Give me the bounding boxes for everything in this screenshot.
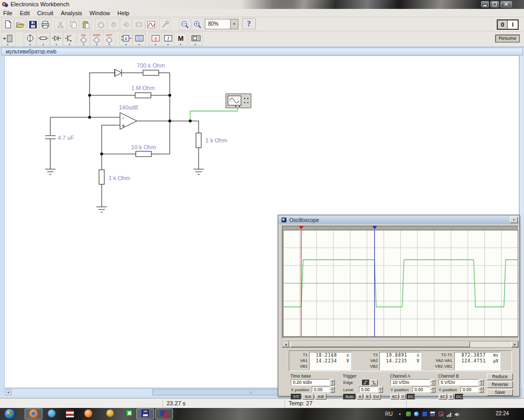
menu-analysis[interactable]: Analysis bbox=[61, 10, 82, 16]
russian-flag-icon[interactable] bbox=[430, 412, 435, 416]
tray-blue-circle-icon[interactable] bbox=[414, 412, 419, 416]
save-button[interactable] bbox=[27, 18, 39, 30]
yellow-app-icon[interactable] bbox=[106, 410, 114, 417]
rotate-button[interactable] bbox=[95, 18, 107, 30]
resistor-10k[interactable] bbox=[136, 151, 151, 157]
oscilloscope-close-button[interactable]: × bbox=[510, 217, 518, 223]
power-on-label[interactable]: I bbox=[508, 20, 518, 29]
flip-vertical-button[interactable] bbox=[107, 18, 119, 30]
scope-scroll-left-icon[interactable]: ◄ bbox=[282, 341, 289, 347]
canvas-vertical-scrollbar[interactable] bbox=[519, 56, 523, 388]
parts-digital-ics-button[interactable]: DIGIT▼ bbox=[103, 32, 116, 46]
resume-button[interactable]: Resume bbox=[495, 35, 520, 42]
channel-a-dc-button[interactable]: DC bbox=[407, 394, 415, 400]
start-button[interactable] bbox=[4, 408, 15, 419]
channel-b-y-spinner[interactable]: ▲▼ bbox=[479, 386, 484, 393]
help-button[interactable]: ? bbox=[242, 18, 256, 29]
tray-green-icon[interactable] bbox=[406, 412, 411, 416]
trigger-edge-rising-button[interactable] bbox=[362, 380, 369, 385]
ground-left[interactable] bbox=[45, 167, 56, 174]
ground-middle[interactable] bbox=[96, 205, 107, 212]
minimize-button[interactable] bbox=[481, 1, 489, 7]
scroll-left-icon[interactable]: ◄ bbox=[5, 389, 12, 395]
probe-wire[interactable] bbox=[190, 108, 237, 121]
cut-button[interactable] bbox=[54, 18, 67, 30]
trigger-a-button[interactable]: A bbox=[357, 394, 363, 400]
zoom-dropdown-arrow-icon[interactable]: ▼ bbox=[230, 19, 238, 29]
channel-a-y-spinner[interactable]: ▲▼ bbox=[431, 386, 435, 393]
trigger-level-spinner[interactable]: ▲▼ bbox=[378, 386, 383, 393]
parts-indicators-button[interactable]: 8▼ bbox=[149, 32, 162, 46]
cursor-1-handle[interactable] bbox=[299, 226, 304, 229]
bluetooth-icon[interactable] bbox=[422, 412, 427, 416]
zoom-level-select[interactable]: 80% ▼ bbox=[205, 19, 238, 29]
channel-a-ac-button[interactable]: AC bbox=[390, 394, 399, 400]
parts-transistors-button[interactable]: ▼ bbox=[63, 32, 76, 46]
reduce-button[interactable]: Reduce bbox=[487, 373, 513, 380]
parts-analog-ics-button[interactable]: ANA▼ bbox=[77, 32, 90, 46]
ab-button[interactable]: A/B bbox=[315, 394, 326, 400]
parts-digital-button[interactable]: ▼ bbox=[133, 32, 146, 46]
volume-icon[interactable] bbox=[455, 412, 460, 416]
parts-diodes-button[interactable]: ▼ bbox=[50, 32, 63, 46]
orange-ball-app-icon[interactable] bbox=[84, 410, 92, 417]
time-base-scale-input[interactable]: 0.20 s/div bbox=[291, 379, 330, 385]
channel-a-scale-spinner[interactable]: ▲▼ bbox=[431, 379, 435, 385]
capacitor[interactable] bbox=[45, 117, 56, 167]
language-indicator[interactable]: RU bbox=[385, 411, 392, 417]
tray-dark-icon[interactable] bbox=[439, 412, 443, 416]
component-properties-button[interactable] bbox=[159, 18, 171, 30]
trigger-level-input[interactable]: 0.00 bbox=[359, 386, 378, 392]
menu-help[interactable]: Help bbox=[117, 10, 129, 16]
yt-button[interactable]: Y/T bbox=[291, 394, 301, 400]
tray-expand-icon[interactable]: ▲ bbox=[398, 412, 401, 415]
parts-favorites-button[interactable]: ▼ bbox=[1, 32, 16, 46]
parts-logic-gates-button[interactable]: &▼ bbox=[119, 32, 133, 46]
trigger-auto-button[interactable]: Auto bbox=[343, 394, 356, 400]
menu-circuit[interactable]: Circuit bbox=[37, 10, 53, 16]
oscilloscope-instrument-icon[interactable] bbox=[226, 94, 251, 108]
oscilloscope-titlebar[interactable]: Oscilloscope bbox=[279, 216, 519, 224]
canvas-hscroll-thumb[interactable]: m bbox=[152, 389, 282, 395]
time-base-x-spinner[interactable]: ▲▼ bbox=[330, 386, 335, 393]
skype-icon[interactable] bbox=[48, 410, 56, 417]
clock[interactable]: 22:24 bbox=[496, 411, 509, 416]
parts-mixed-ics-button[interactable]: MIXED▼ bbox=[90, 32, 103, 46]
scope-scroll-thumb[interactable] bbox=[290, 341, 470, 347]
menu-window[interactable]: Window bbox=[90, 10, 110, 16]
channel-b-0-button[interactable]: 0 bbox=[448, 394, 454, 400]
menu-file[interactable]: File bbox=[3, 10, 13, 16]
resistor-1m[interactable] bbox=[135, 93, 151, 98]
zoom-out-button[interactable] bbox=[179, 18, 191, 30]
channel-b-y-input[interactable]: 0.00 bbox=[461, 386, 478, 392]
ewb-app-icon[interactable] bbox=[160, 410, 168, 417]
reverse-button[interactable]: Reverse bbox=[487, 381, 513, 388]
time-base-scale-spinner[interactable]: ▲▼ bbox=[330, 379, 335, 385]
parts-miscellaneous-button[interactable]: M▼ bbox=[174, 32, 187, 46]
channel-b-scale-input[interactable]: 5 V/Div bbox=[439, 379, 478, 385]
parts-sources-button[interactable]: ▼ bbox=[24, 32, 37, 46]
menu-edit[interactable]: Edit bbox=[20, 10, 30, 16]
power-off-label[interactable]: 0 bbox=[498, 20, 508, 29]
channel-b-scale-spinner[interactable]: ▲▼ bbox=[479, 379, 484, 385]
green-app-icon[interactable] bbox=[126, 410, 133, 416]
resistor-1k-right[interactable] bbox=[196, 133, 201, 148]
ba-button[interactable]: B/A bbox=[302, 394, 314, 400]
flip-horizontal-button[interactable] bbox=[120, 18, 132, 30]
channel-a-y-input[interactable]: 0.00 bbox=[412, 386, 430, 392]
channel-a-0-button[interactable]: 0 bbox=[400, 394, 406, 400]
scope-scroll-right-icon[interactable]: ► bbox=[511, 341, 518, 347]
diode[interactable] bbox=[115, 69, 122, 76]
close-button[interactable] bbox=[500, 1, 512, 7]
new-button[interactable] bbox=[2, 18, 14, 30]
parts-instruments-button[interactable]: ▼ bbox=[189, 32, 203, 46]
paste-button[interactable] bbox=[80, 18, 92, 30]
scope-scrollbar[interactable]: ◄ ► bbox=[282, 341, 519, 348]
ground-right[interactable] bbox=[193, 167, 204, 174]
trigger-b-button[interactable]: B bbox=[364, 394, 370, 400]
time-base-x-input[interactable]: 0.00 bbox=[312, 386, 330, 392]
network-icon[interactable] bbox=[447, 412, 452, 416]
channel-b-dc-button[interactable]: DC bbox=[455, 394, 463, 400]
wire-plus-input[interactable] bbox=[102, 125, 120, 205]
document-titlebar[interactable]: мультивибратор.ewb bbox=[1, 48, 523, 56]
